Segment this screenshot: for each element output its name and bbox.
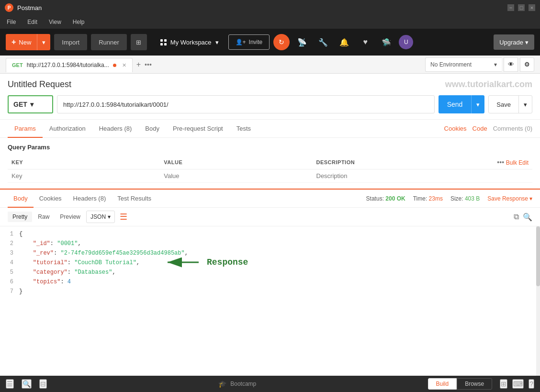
send-button[interactable]: Send ▾: [439, 95, 485, 113]
tab-params[interactable]: Params: [8, 120, 43, 138]
send-button-dropdown[interactable]: ▾: [471, 95, 484, 113]
status-value: 200 OK: [385, 195, 405, 202]
bulk-edit-button[interactable]: Bulk Edit: [506, 159, 529, 166]
help-button[interactable]: ?: [529, 379, 534, 389]
save-button[interactable]: Save ▾: [488, 95, 532, 113]
query-params-title: Query Params: [8, 144, 532, 151]
wrap-button[interactable]: ☰: [120, 212, 127, 222]
resp-tab-body[interactable]: Body: [8, 190, 34, 208]
new-button-main[interactable]: + New: [6, 38, 37, 46]
keyboard-button[interactable]: ⌨: [512, 379, 524, 389]
value-input[interactable]: [164, 172, 308, 179]
history-button[interactable]: ⊟: [39, 379, 47, 389]
description-cell[interactable]: [313, 169, 465, 183]
bell-button[interactable]: 🔔: [336, 34, 353, 50]
tab-authorization[interactable]: Authorization: [43, 120, 92, 138]
code-line-2: 2 "_id": "0001",: [0, 240, 540, 249]
response-right-icons: ⧉ 🔍: [514, 213, 532, 222]
method-selector[interactable]: GET ▾: [8, 95, 53, 113]
add-tab-button[interactable]: +: [133, 60, 145, 69]
cookies-link[interactable]: Cookies: [444, 125, 467, 132]
import-button[interactable]: Import: [54, 34, 87, 50]
upgrade-button[interactable]: Upgrade ▾: [494, 34, 534, 50]
tab-headers[interactable]: Headers (8): [92, 120, 139, 138]
value-cell[interactable]: [160, 169, 312, 183]
menu-view[interactable]: View: [47, 18, 63, 26]
scrollbar-thumb[interactable]: [536, 226, 540, 286]
avatar[interactable]: U: [399, 35, 413, 49]
headers-resp-tab-label: Headers (8): [73, 195, 106, 202]
raw-tab[interactable]: Raw: [33, 212, 54, 222]
browse-tab-button[interactable]: Browse: [457, 378, 492, 390]
search-response-button[interactable]: 🔍: [523, 213, 532, 222]
environment-selector[interactable]: No Environment ▾: [425, 57, 502, 72]
main-toolbar: + New ▾ Import Runner ⊞ My Workspace ▾ 👤…: [0, 29, 540, 56]
layout-toggle-button[interactable]: ⊞: [500, 379, 507, 389]
request-tab-right: Cookies Code Comments (0): [444, 125, 532, 132]
language-selector[interactable]: JSON ▾: [86, 211, 115, 223]
preview-label: Preview: [60, 213, 80, 220]
environment-eye-button[interactable]: 👁: [504, 57, 518, 72]
copy-button[interactable]: ⧉: [514, 213, 519, 222]
row-actions: [465, 169, 532, 183]
key-cell[interactable]: [8, 169, 160, 183]
sync-button[interactable]: ↻: [273, 34, 290, 50]
save-response-button[interactable]: Save Response ▾: [487, 195, 532, 202]
menu-file[interactable]: File: [5, 18, 18, 26]
pretty-tab[interactable]: Pretty: [8, 212, 32, 222]
build-tab-button[interactable]: Build: [428, 378, 457, 390]
resp-tab-headers[interactable]: Headers (8): [68, 190, 112, 208]
sidebar-toggle-button[interactable]: ☰: [6, 379, 14, 389]
url-input[interactable]: [57, 95, 435, 113]
body-resp-tab-label: Body: [13, 195, 28, 202]
authorization-tab-label: Authorization: [49, 125, 86, 132]
code-link[interactable]: Code: [472, 125, 487, 132]
runner-button[interactable]: Runner: [91, 34, 127, 50]
send-button-main[interactable]: Send: [439, 101, 472, 108]
maximize-button[interactable]: □: [518, 4, 525, 11]
tab-prerequest[interactable]: Pre-request Script: [166, 120, 230, 138]
tab-body[interactable]: Body: [138, 120, 166, 138]
new-button[interactable]: + New ▾: [6, 34, 50, 50]
scrollbar[interactable]: [536, 226, 540, 376]
resp-tab-cookies[interactable]: Cookies: [34, 190, 68, 208]
window-controls[interactable]: − □ ×: [507, 4, 535, 11]
pretty-label: Pretty: [12, 213, 27, 220]
tab-close-button[interactable]: ✕: [122, 62, 126, 68]
size-label: Size: 403 B: [450, 195, 480, 202]
save-button-dropdown[interactable]: ▾: [518, 95, 532, 113]
response-tabs-bar: Body Cookies Headers (8) Test Results St…: [0, 190, 540, 208]
cookies-resp-tab-label: Cookies: [39, 195, 62, 202]
resp-tab-test-results[interactable]: Test Results: [112, 190, 157, 208]
workspace-button[interactable]: My Workspace ▾: [155, 34, 225, 50]
environment-settings-button[interactable]: ⚙: [520, 57, 534, 72]
satellite-button[interactable]: 🛸: [378, 34, 395, 50]
workspace-grid-icon: [160, 39, 167, 45]
radar-button[interactable]: 📡: [293, 34, 311, 50]
save-button-main[interactable]: Save: [489, 101, 518, 108]
preview-tab[interactable]: Preview: [55, 212, 85, 222]
minimize-button[interactable]: −: [507, 4, 514, 11]
time-value: 23ms: [429, 195, 443, 202]
close-button[interactable]: ×: [529, 4, 535, 11]
more-tabs-button[interactable]: •••: [145, 61, 152, 68]
tab-tests[interactable]: Tests: [230, 120, 258, 138]
title-bar-left: P Postman: [5, 3, 42, 12]
search-status-button[interactable]: 🔍: [22, 379, 32, 389]
new-button-dropdown[interactable]: ▾: [37, 34, 50, 50]
key-input[interactable]: [11, 172, 156, 179]
invite-button[interactable]: 👤+ Invite: [228, 34, 270, 50]
menu-edit[interactable]: Edit: [25, 18, 39, 26]
layout-button[interactable]: ⊞: [131, 34, 147, 50]
wrench-button[interactable]: 🔧: [315, 34, 332, 50]
params-more-button[interactable]: •••: [497, 158, 504, 166]
request-tab[interactable]: GET http://127.0.0.1:5984/tutorialkа... …: [6, 58, 133, 72]
menu-help[interactable]: Help: [71, 18, 87, 26]
code-line-7: 7 }: [0, 288, 540, 297]
body-tab-label: Body: [145, 125, 159, 132]
heart-button[interactable]: ♥: [357, 34, 374, 50]
send-label: Send: [447, 101, 463, 108]
comments-link[interactable]: Comments (0): [493, 125, 532, 132]
response-body-toolbar: Pretty Raw Preview JSON ▾ ☰ ⧉ 🔍: [0, 208, 540, 226]
description-input[interactable]: [316, 172, 461, 179]
